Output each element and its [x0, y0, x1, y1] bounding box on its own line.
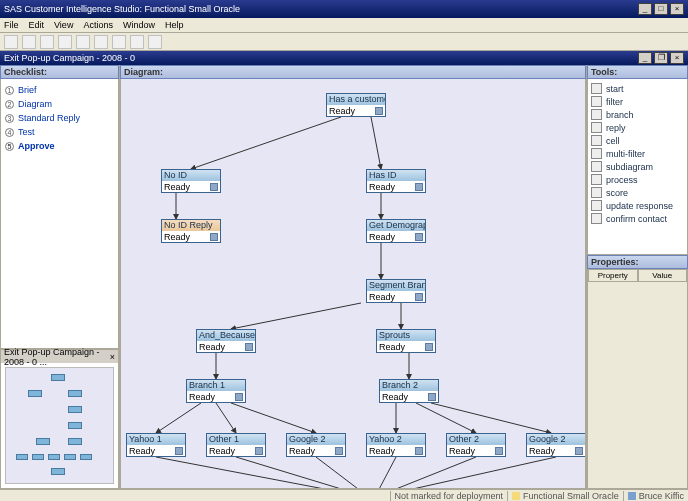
checklist-item-approve[interactable]: 5Approve — [5, 139, 114, 153]
node-google-2a[interactable]: Google 2Ready — [286, 433, 346, 457]
close-button[interactable]: × — [670, 3, 684, 15]
tool-redo-icon[interactable] — [76, 35, 90, 49]
doc-titlebar: Exit Pop-up Campaign - 2008 - 0 _ ❐ × — [0, 51, 688, 65]
cell-icon — [575, 447, 583, 455]
tool-process[interactable]: process — [591, 173, 684, 186]
checklist-label: Standard Reply — [18, 113, 80, 123]
menu-file[interactable]: File — [4, 20, 19, 30]
doc-title: Exit Pop-up Campaign - 2008 - 0 — [4, 53, 135, 63]
reply-icon — [591, 122, 602, 133]
tool-label: start — [606, 84, 624, 94]
node-get-demographics[interactable]: Get DemographicsReady — [366, 219, 426, 243]
tool-label: confirm contact — [606, 214, 667, 224]
main-layout: Checklist: 1Brief 2Diagram 3Standard Rep… — [0, 65, 688, 489]
checklist-item-standard-reply[interactable]: 3Standard Reply — [5, 111, 114, 125]
tool-update-response[interactable]: update response — [591, 199, 684, 212]
properties-header: Properties: — [587, 255, 688, 269]
node-status: Ready — [369, 446, 395, 456]
app-titlebar: SAS Customer Intelligence Studio: Functi… — [0, 0, 688, 18]
cell-icon — [591, 135, 602, 146]
node-status: Ready — [382, 392, 408, 402]
tool-confirm-contact[interactable]: confirm contact — [591, 212, 684, 225]
diagram-canvas[interactable]: Has a customer ID ?Ready No IDReady Has … — [120, 79, 586, 489]
properties-empty — [588, 282, 687, 488]
filter-icon — [591, 96, 602, 107]
confirm-contact-icon — [591, 213, 602, 224]
tool-run-icon[interactable] — [112, 35, 126, 49]
tool-info-icon[interactable] — [148, 35, 162, 49]
center-panel: Diagram: Has a customer ID ?Ready No IDR… — [120, 65, 586, 489]
node-and-because[interactable]: And_BecauseReady — [196, 329, 256, 353]
overview-close-icon[interactable]: × — [110, 352, 115, 362]
tool-filter[interactable]: filter — [591, 95, 684, 108]
node-has-id[interactable]: Has IDReady — [366, 169, 426, 193]
cell-icon — [255, 447, 263, 455]
tool-reply[interactable]: reply — [591, 121, 684, 134]
node-sprouts[interactable]: SproutsReady — [376, 329, 436, 353]
node-no-id-reply[interactable]: No ID ReplyReady — [161, 219, 221, 243]
node-other-1[interactable]: Other 1Ready — [206, 433, 266, 457]
tool-score[interactable]: score — [591, 186, 684, 199]
tool-open-icon[interactable] — [4, 35, 18, 49]
doc-restore-button[interactable]: ❐ — [654, 52, 668, 64]
menu-actions[interactable]: Actions — [83, 20, 113, 30]
node-status: Ready — [369, 232, 395, 242]
node-yahoo-2[interactable]: Yahoo 2Ready — [366, 433, 426, 457]
node-has-customer-id[interactable]: Has a customer ID ?Ready — [326, 93, 386, 117]
node-title: And_Because — [197, 330, 255, 341]
maximize-button[interactable]: □ — [654, 3, 668, 15]
node-google-2b[interactable]: Google 2Ready — [526, 433, 586, 457]
node-branch-1[interactable]: Branch 1Ready — [186, 379, 246, 403]
connectors — [121, 79, 585, 488]
node-other-2[interactable]: Other 2Ready — [446, 433, 506, 457]
checklist-item-test[interactable]: 4Test — [5, 125, 114, 139]
tool-branch[interactable]: branch — [591, 108, 684, 121]
diagram-header: Diagram: — [120, 65, 586, 79]
minimize-button[interactable]: _ — [638, 3, 652, 15]
tool-undo-icon[interactable] — [58, 35, 72, 49]
env-swatch-icon — [512, 492, 520, 500]
right-panel: Tools: start filter branch reply cell mu… — [586, 65, 688, 489]
node-title: Sprouts — [377, 330, 435, 341]
overview-canvas[interactable] — [5, 367, 114, 484]
tools-body: start filter branch reply cell multi-fil… — [587, 79, 688, 255]
menu-help[interactable]: Help — [165, 20, 184, 30]
tool-start[interactable]: start — [591, 82, 684, 95]
doc-close-button[interactable]: × — [670, 52, 684, 64]
tool-subdiagram[interactable]: subdiagram — [591, 160, 684, 173]
branch-icon — [428, 393, 436, 401]
overview-panel: Exit Pop-up Campaign - 2008 - 0 ... × — [0, 349, 119, 489]
step-icon: 5 — [5, 142, 14, 151]
process-icon — [591, 174, 602, 185]
tool-stop-icon[interactable] — [130, 35, 144, 49]
node-title: Google 2 — [527, 434, 585, 445]
branch-icon — [591, 109, 602, 120]
menu-view[interactable]: View — [54, 20, 73, 30]
node-branch-2[interactable]: Branch 2Ready — [379, 379, 439, 403]
doc-minimize-button[interactable]: _ — [638, 52, 652, 64]
cell-icon — [425, 343, 433, 351]
node-title: Segment Branch — [367, 280, 425, 291]
properties-body: Property Value — [587, 269, 688, 489]
menu-window[interactable]: Window — [123, 20, 155, 30]
tool-print-icon[interactable] — [94, 35, 108, 49]
tool-multi-filter[interactable]: multi-filter — [591, 147, 684, 160]
status-deploy: Not marked for deployment — [390, 491, 508, 501]
tool-label: update response — [606, 201, 673, 211]
node-segment-branch[interactable]: Segment BranchReady — [366, 279, 426, 303]
props-col-property[interactable]: Property — [588, 269, 638, 282]
statusbar: Not marked for deployment Functional Sma… — [0, 489, 688, 501]
checklist-item-diagram[interactable]: 2Diagram — [5, 97, 114, 111]
props-col-value[interactable]: Value — [638, 269, 688, 282]
tool-cell[interactable]: cell — [591, 134, 684, 147]
tool-save-icon[interactable] — [22, 35, 36, 49]
menubar: File Edit View Actions Window Help — [0, 18, 688, 33]
node-yahoo-1[interactable]: Yahoo 1Ready — [126, 433, 186, 457]
menu-edit[interactable]: Edit — [29, 20, 45, 30]
checklist-item-brief[interactable]: 1Brief — [5, 83, 114, 97]
tool-refresh-icon[interactable] — [40, 35, 54, 49]
cell-icon — [210, 183, 218, 191]
cell-icon — [415, 447, 423, 455]
branch-icon — [415, 293, 423, 301]
node-no-id[interactable]: No IDReady — [161, 169, 221, 193]
